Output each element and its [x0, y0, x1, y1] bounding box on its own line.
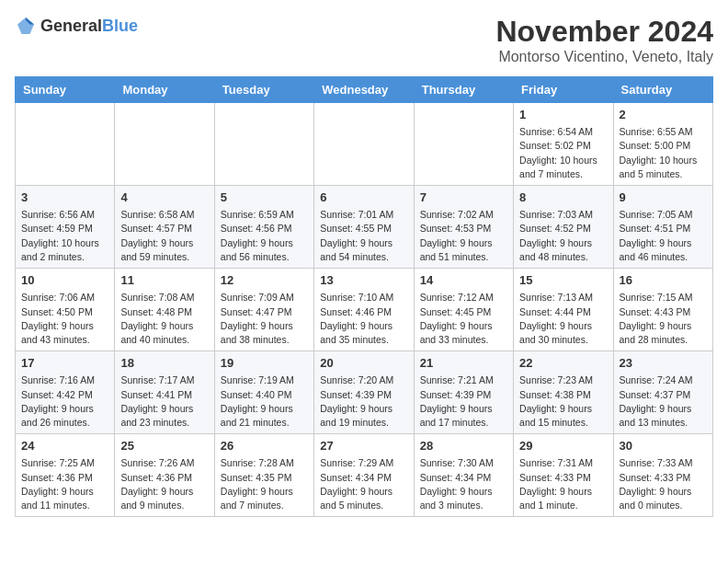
- week-row-3: 10Sunrise: 7:06 AMSunset: 4:50 PMDayligh…: [16, 269, 713, 351]
- day-cell: 26Sunrise: 7:28 AMSunset: 4:35 PMDayligh…: [214, 434, 313, 517]
- logo: GeneralBlue: [15, 15, 138, 37]
- day-number: 21: [420, 355, 507, 372]
- day-cell: 17Sunrise: 7:16 AMSunset: 4:42 PMDayligh…: [16, 351, 115, 434]
- day-number: 23: [620, 355, 707, 372]
- day-cell: 29Sunrise: 7:31 AMSunset: 4:33 PMDayligh…: [514, 434, 613, 517]
- logo-general: General: [40, 17, 102, 35]
- page-title: November 2024: [495, 15, 713, 49]
- day-cell: 22Sunrise: 7:23 AMSunset: 4:38 PMDayligh…: [514, 351, 613, 434]
- day-cell: 13Sunrise: 7:10 AMSunset: 4:46 PMDayligh…: [314, 269, 414, 351]
- day-info: Sunrise: 7:08 AMSunset: 4:48 PMDaylight:…: [120, 291, 208, 347]
- day-number: 1: [519, 107, 607, 123]
- day-info: Sunrise: 7:13 AMSunset: 4:44 PMDaylight:…: [519, 291, 607, 347]
- day-number: 25: [120, 438, 208, 454]
- day-number: 16: [620, 272, 707, 289]
- day-number: 19: [221, 355, 308, 372]
- day-info: Sunrise: 7:10 AMSunset: 4:46 PMDaylight:…: [320, 291, 407, 347]
- header-monday: Monday: [115, 77, 214, 103]
- day-cell: 4Sunrise: 6:58 AMSunset: 4:57 PMDaylight…: [115, 186, 214, 269]
- day-info: Sunrise: 7:24 AMSunset: 4:37 PMDaylight:…: [620, 373, 707, 430]
- day-cell: 20Sunrise: 7:20 AMSunset: 4:39 PMDayligh…: [314, 351, 414, 434]
- logo-icon: [15, 15, 37, 37]
- day-info: Sunrise: 7:16 AMSunset: 4:42 PMDaylight:…: [21, 373, 108, 430]
- day-info: Sunrise: 7:26 AMSunset: 4:36 PMDaylight:…: [120, 456, 208, 512]
- day-cell: [16, 103, 115, 186]
- day-cell: 5Sunrise: 6:59 AMSunset: 4:56 PMDaylight…: [214, 186, 313, 269]
- day-info: Sunrise: 7:23 AMSunset: 4:38 PMDaylight:…: [519, 373, 607, 430]
- day-info: Sunrise: 7:05 AMSunset: 4:51 PMDaylight:…: [620, 208, 707, 264]
- day-cell: 7Sunrise: 7:02 AMSunset: 4:53 PMDaylight…: [414, 186, 513, 269]
- header-friday: Friday: [514, 77, 613, 103]
- day-cell: 21Sunrise: 7:21 AMSunset: 4:39 PMDayligh…: [414, 351, 513, 434]
- day-number: 10: [21, 272, 108, 289]
- day-number: 12: [221, 272, 308, 289]
- day-number: 11: [120, 272, 208, 289]
- day-cell: [414, 103, 513, 186]
- header-sunday: Sunday: [16, 77, 115, 103]
- day-cell: 30Sunrise: 7:33 AMSunset: 4:33 PMDayligh…: [613, 434, 712, 517]
- day-info: Sunrise: 6:59 AMSunset: 4:56 PMDaylight:…: [221, 208, 308, 264]
- day-number: 8: [519, 190, 607, 206]
- day-cell: 1Sunrise: 6:54 AMSunset: 5:02 PMDaylight…: [514, 103, 613, 186]
- logo-blue: Blue: [102, 17, 138, 35]
- day-number: 15: [519, 272, 607, 289]
- day-number: 27: [320, 438, 407, 454]
- day-cell: 9Sunrise: 7:05 AMSunset: 4:51 PMDaylight…: [613, 186, 712, 269]
- day-number: 5: [221, 190, 308, 206]
- weekday-header-row: Sunday Monday Tuesday Wednesday Thursday…: [16, 77, 713, 103]
- page-subtitle: Montorso Vicentino, Veneto, Italy: [495, 49, 713, 65]
- day-info: Sunrise: 7:19 AMSunset: 4:40 PMDaylight:…: [221, 373, 308, 430]
- day-info: Sunrise: 6:55 AMSunset: 5:00 PMDaylight:…: [620, 125, 707, 181]
- week-row-4: 17Sunrise: 7:16 AMSunset: 4:42 PMDayligh…: [16, 351, 713, 434]
- day-cell: 25Sunrise: 7:26 AMSunset: 4:36 PMDayligh…: [115, 434, 214, 517]
- day-cell: 11Sunrise: 7:08 AMSunset: 4:48 PMDayligh…: [115, 269, 214, 351]
- day-info: Sunrise: 7:21 AMSunset: 4:39 PMDaylight:…: [420, 373, 507, 430]
- day-info: Sunrise: 7:01 AMSunset: 4:55 PMDaylight:…: [320, 208, 407, 264]
- day-number: 22: [519, 355, 607, 372]
- day-info: Sunrise: 7:03 AMSunset: 4:52 PMDaylight:…: [519, 208, 607, 264]
- day-cell: 19Sunrise: 7:19 AMSunset: 4:40 PMDayligh…: [214, 351, 313, 434]
- day-info: Sunrise: 7:02 AMSunset: 4:53 PMDaylight:…: [420, 208, 507, 264]
- day-cell: 27Sunrise: 7:29 AMSunset: 4:34 PMDayligh…: [314, 434, 414, 517]
- day-number: 4: [120, 190, 208, 206]
- day-info: Sunrise: 6:56 AMSunset: 4:59 PMDaylight:…: [21, 208, 108, 264]
- day-info: Sunrise: 7:28 AMSunset: 4:35 PMDaylight:…: [221, 456, 308, 512]
- calendar-body: 1Sunrise: 6:54 AMSunset: 5:02 PMDaylight…: [16, 103, 713, 517]
- week-row-5: 24Sunrise: 7:25 AMSunset: 4:36 PMDayligh…: [16, 434, 713, 517]
- day-number: 9: [620, 190, 707, 206]
- day-number: 20: [320, 355, 407, 372]
- day-info: Sunrise: 7:31 AMSunset: 4:33 PMDaylight:…: [519, 456, 607, 512]
- day-info: Sunrise: 7:06 AMSunset: 4:50 PMDaylight:…: [21, 291, 108, 347]
- day-cell: 23Sunrise: 7:24 AMSunset: 4:37 PMDayligh…: [613, 351, 712, 434]
- day-cell: 18Sunrise: 7:17 AMSunset: 4:41 PMDayligh…: [115, 351, 214, 434]
- day-cell: 16Sunrise: 7:15 AMSunset: 4:43 PMDayligh…: [613, 269, 712, 351]
- title-area: November 2024 Montorso Vicentino, Veneto…: [495, 15, 713, 65]
- day-number: 6: [320, 190, 407, 206]
- day-number: 18: [120, 355, 208, 372]
- header-saturday: Saturday: [613, 77, 712, 103]
- day-info: Sunrise: 7:09 AMSunset: 4:47 PMDaylight:…: [221, 291, 308, 347]
- day-number: 29: [519, 438, 607, 454]
- day-cell: [115, 103, 214, 186]
- day-info: Sunrise: 7:20 AMSunset: 4:39 PMDaylight:…: [320, 373, 407, 430]
- day-cell: 28Sunrise: 7:30 AMSunset: 4:34 PMDayligh…: [414, 434, 513, 517]
- day-number: 24: [21, 438, 108, 454]
- day-number: 28: [420, 438, 507, 454]
- day-info: Sunrise: 7:17 AMSunset: 4:41 PMDaylight:…: [120, 373, 208, 430]
- day-info: Sunrise: 7:15 AMSunset: 4:43 PMDaylight:…: [620, 291, 707, 347]
- day-number: 30: [620, 438, 707, 454]
- day-info: Sunrise: 7:30 AMSunset: 4:34 PMDaylight:…: [420, 456, 507, 512]
- day-number: 2: [620, 107, 707, 123]
- header: GeneralBlue November 2024 Montorso Vicen…: [15, 15, 713, 65]
- day-cell: 15Sunrise: 7:13 AMSunset: 4:44 PMDayligh…: [514, 269, 613, 351]
- day-number: 17: [21, 355, 108, 372]
- day-cell: 6Sunrise: 7:01 AMSunset: 4:55 PMDaylight…: [314, 186, 414, 269]
- day-cell: 3Sunrise: 6:56 AMSunset: 4:59 PMDaylight…: [16, 186, 115, 269]
- day-cell: 24Sunrise: 7:25 AMSunset: 4:36 PMDayligh…: [16, 434, 115, 517]
- day-cell: 8Sunrise: 7:03 AMSunset: 4:52 PMDaylight…: [514, 186, 613, 269]
- header-wednesday: Wednesday: [314, 77, 414, 103]
- day-number: 14: [420, 272, 507, 289]
- day-info: Sunrise: 6:58 AMSunset: 4:57 PMDaylight:…: [120, 208, 208, 264]
- day-cell: 2Sunrise: 6:55 AMSunset: 5:00 PMDaylight…: [613, 103, 712, 186]
- header-thursday: Thursday: [414, 77, 513, 103]
